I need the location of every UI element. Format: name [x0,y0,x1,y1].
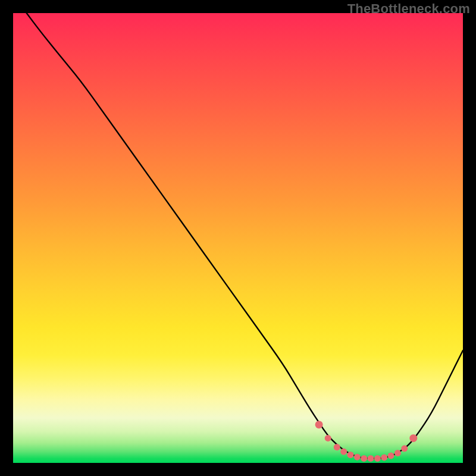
marker-dot [354,454,361,461]
chart-svg [13,13,463,463]
chart-frame: TheBottleneck.com [0,0,476,476]
bottleneck-curve [27,13,463,458]
optimal-range-dots [315,421,418,462]
marker-dot [394,450,401,456]
marker-dot [361,455,367,462]
watermark-text: TheBottleneck.com [347,1,470,17]
marker-dot [340,449,347,455]
marker-dot [315,421,323,428]
marker-dot [374,455,381,462]
marker-dot [388,452,394,459]
plot-area [13,13,463,463]
marker-dot [409,434,417,442]
marker-dot [381,454,387,461]
marker-dot [368,455,374,462]
marker-dot [334,444,340,450]
marker-dot [401,445,408,452]
marker-dot [325,435,331,441]
marker-dot [347,452,354,458]
